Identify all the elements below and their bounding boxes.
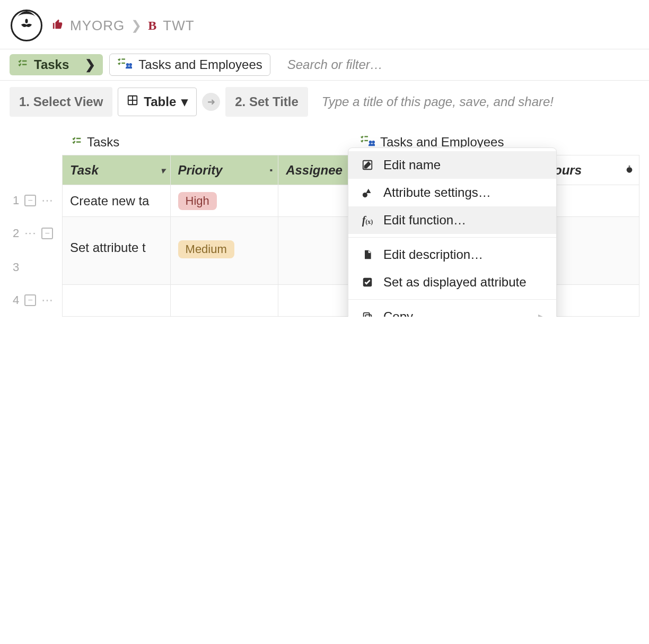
step-select-view: 1. Select View — [10, 87, 112, 117]
chevron-right-icon: ❯ — [85, 57, 95, 72]
tab-tasks[interactable]: Tasks ❯ — [10, 54, 103, 75]
svg-point-5 — [126, 63, 129, 66]
cell-priority[interactable]: Medium — [170, 217, 278, 285]
table-grid-icon — [127, 94, 138, 109]
checkbox-icon — [360, 276, 375, 288]
page-title-input[interactable]: Type a title of this page, save, and sha… — [313, 94, 639, 109]
avatar[interactable] — [11, 10, 42, 41]
shapes-icon — [360, 187, 375, 198]
bold-b-icon: B — [148, 19, 156, 33]
view-type-label: Table — [144, 94, 176, 109]
list-icon — [71, 135, 82, 150]
breadcrumb-project[interactable]: TWT — [163, 18, 194, 34]
file-icon — [360, 249, 375, 260]
menu-separator — [348, 299, 556, 300]
dropdown-square-icon[interactable]: ▪ — [269, 166, 273, 175]
drag-handle-icon[interactable]: ⋮ — [24, 228, 36, 239]
row-number: 4 — [13, 293, 19, 307]
column-header-task[interactable]: Task ▾ — [63, 155, 171, 185]
column-context-menu: Edit name Attribute settings… f(x) Edit … — [348, 147, 557, 317]
svg-point-24 — [363, 193, 367, 197]
edit-icon — [360, 159, 375, 171]
caret-down-icon[interactable]: ▾ — [161, 165, 165, 175]
function-icon: f(x) — [360, 214, 375, 227]
list-icon — [17, 57, 28, 72]
svg-point-21 — [627, 167, 633, 173]
cell-task[interactable]: Set attribute t — [63, 217, 171, 285]
menu-edit-function[interactable]: f(x) Edit function… — [348, 206, 556, 234]
svg-point-0 — [25, 19, 28, 23]
group-header-tasks-label: Tasks — [87, 135, 119, 150]
svg-point-15 — [372, 141, 375, 144]
row-number: 3 — [13, 260, 19, 274]
cell-task[interactable]: Create new ta — [63, 185, 171, 217]
cell-task[interactable] — [63, 285, 171, 317]
svg-rect-26 — [365, 315, 371, 317]
cell-priority[interactable]: High — [170, 185, 278, 217]
view-type-dropdown[interactable]: Table ▾ — [118, 88, 197, 116]
menu-edit-name[interactable]: Edit name — [348, 151, 556, 179]
svg-rect-22 — [629, 166, 630, 167]
avatar-face-icon — [12, 4, 41, 42]
menu-copy[interactable]: Copy ▶ — [348, 303, 556, 317]
menu-attribute-settings[interactable]: Attribute settings… — [348, 179, 556, 206]
search-filter-input[interactable]: Search or filter… — [277, 57, 639, 72]
breadcrumb: MYORG ❯ B TWT — [52, 18, 195, 34]
row-gutter: 1 − ⋯ 2 ⋮ − 3 4 − ⋯ — [10, 155, 62, 317]
tab-tasks-employees-label: Tasks and Employees — [138, 57, 262, 72]
svg-point-6 — [129, 63, 133, 66]
row-handle-1[interactable]: 1 − ⋯ — [10, 185, 62, 216]
menu-set-displayed[interactable]: Set as displayed attribute — [348, 268, 556, 296]
row-handle-4[interactable]: 4 − ⋯ — [10, 284, 62, 316]
more-icon[interactable]: ⋯ — [41, 194, 54, 207]
row-handle-3[interactable]: 3 — [10, 250, 62, 284]
row-number: 1 — [13, 194, 19, 207]
collapse-icon[interactable]: − — [41, 228, 53, 239]
table-area: Tasks Tasks and Employees 1 − ⋯ 2 ⋮ − 3 — [0, 117, 649, 317]
svg-point-14 — [369, 141, 372, 144]
collapse-icon[interactable]: − — [24, 195, 36, 206]
row-handle-2[interactable]: 2 ⋮ − — [10, 216, 62, 250]
stopwatch-icon[interactable] — [625, 165, 634, 176]
list-people-icon — [117, 57, 132, 72]
menu-separator — [348, 237, 556, 238]
copy-icon — [360, 311, 375, 317]
steps-bar: 1. Select View Table ▾ ➜ 2. Set Title Ty… — [0, 87, 649, 117]
thumb-up-icon — [52, 18, 64, 34]
caret-down-icon: ▾ — [181, 94, 188, 109]
arrow-right-circle-icon: ➜ — [202, 93, 220, 111]
submenu-arrow-icon: ▶ — [538, 312, 545, 317]
menu-edit-description[interactable]: Edit description… — [348, 241, 556, 268]
step-set-title: 2. Set Title — [225, 87, 308, 117]
breadcrumb-org[interactable]: MYORG — [70, 18, 125, 34]
row-number: 2 — [13, 227, 19, 240]
cell-priority[interactable] — [170, 285, 278, 317]
tabs-bar: Tasks ❯ Tasks and Employees Search or fi… — [0, 49, 649, 81]
column-header-priority[interactable]: Priority ▪ — [170, 155, 278, 185]
more-icon[interactable]: ⋯ — [41, 293, 54, 307]
tab-tasks-label: Tasks — [34, 57, 69, 72]
collapse-icon[interactable]: − — [24, 294, 36, 306]
chevron-right-icon: ❯ — [131, 18, 142, 33]
tab-tasks-employees[interactable]: Tasks and Employees — [109, 54, 270, 76]
group-header-tasks[interactable]: Tasks — [67, 132, 356, 153]
header: MYORG ❯ B TWT — [0, 0, 649, 49]
